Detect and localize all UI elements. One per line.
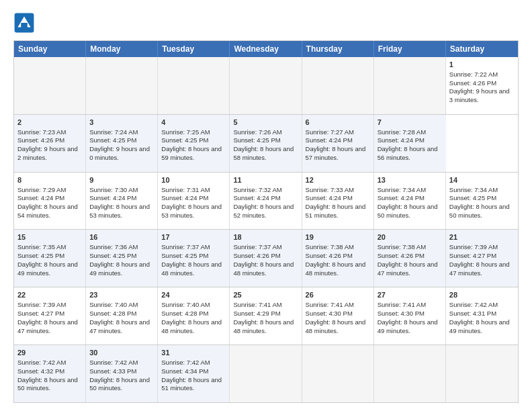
day-info: Sunrise: 7:28 AM Sunset: 4:24 PM Dayligh… (378, 128, 438, 161)
week-row-4: 15Sunrise: 7:35 AM Sunset: 4:25 PM Dayli… (14, 229, 518, 287)
day-number: 17 (161, 232, 226, 242)
week-row-5: 22Sunrise: 7:39 AM Sunset: 4:27 PM Dayli… (14, 287, 518, 345)
day-number: 22 (17, 290, 82, 300)
svg-rect-2 (21, 23, 28, 28)
day-number: 5 (233, 118, 298, 128)
day-number: 24 (161, 290, 226, 300)
day-number: 7 (378, 118, 443, 128)
header (13, 12, 519, 34)
day-number: 19 (306, 232, 370, 242)
day-cell-28: 28Sunrise: 7:42 AM Sunset: 4:31 PM Dayli… (446, 287, 518, 345)
day-cell-24: 24Sunrise: 7:40 AM Sunset: 4:28 PM Dayli… (158, 287, 230, 345)
empty-cell (374, 345, 446, 402)
day-info: Sunrise: 7:34 AM Sunset: 4:24 PM Dayligh… (378, 186, 438, 219)
empty-cell (446, 345, 518, 402)
calendar-body: 1Sunrise: 7:22 AM Sunset: 4:26 PM Daylig… (14, 57, 518, 402)
day-cell-15: 15Sunrise: 7:35 AM Sunset: 4:25 PM Dayli… (14, 230, 86, 287)
empty-cell (374, 57, 446, 114)
day-info: Sunrise: 7:26 AM Sunset: 4:25 PM Dayligh… (233, 128, 294, 161)
day-number: 9 (89, 175, 154, 185)
logo (13, 12, 38, 34)
day-cell-13: 13Sunrise: 7:34 AM Sunset: 4:24 PM Dayli… (374, 173, 446, 230)
day-number: 29 (17, 348, 82, 358)
day-cell-1: 1Sunrise: 7:22 AM Sunset: 4:26 PM Daylig… (446, 57, 518, 114)
header-day-friday: Friday (374, 41, 446, 57)
day-info: Sunrise: 7:37 AM Sunset: 4:26 PM Dayligh… (233, 243, 294, 276)
empty-cell (230, 57, 302, 114)
day-number: 11 (233, 175, 298, 185)
day-number: 16 (89, 232, 154, 242)
day-cell-10: 10Sunrise: 7:31 AM Sunset: 4:24 PM Dayli… (158, 173, 230, 230)
day-info: Sunrise: 7:42 AM Sunset: 4:31 PM Dayligh… (449, 301, 510, 334)
day-info: Sunrise: 7:27 AM Sunset: 4:24 PM Dayligh… (306, 128, 366, 161)
empty-cell (14, 57, 86, 114)
day-info: Sunrise: 7:23 AM Sunset: 4:26 PM Dayligh… (17, 128, 78, 161)
day-info: Sunrise: 7:31 AM Sunset: 4:24 PM Dayligh… (161, 186, 222, 219)
day-number: 23 (89, 290, 154, 300)
day-cell-30: 30Sunrise: 7:42 AM Sunset: 4:33 PM Dayli… (86, 345, 158, 402)
day-cell-27: 27Sunrise: 7:41 AM Sunset: 4:30 PM Dayli… (374, 287, 446, 345)
day-cell-23: 23Sunrise: 7:40 AM Sunset: 4:28 PM Dayli… (86, 287, 158, 345)
week-row-3: 8Sunrise: 7:29 AM Sunset: 4:24 PM Daylig… (14, 172, 518, 230)
day-number: 15 (17, 232, 82, 242)
day-cell-31: 31Sunrise: 7:42 AM Sunset: 4:34 PM Dayli… (158, 345, 230, 402)
calendar-header: SundayMondayTuesdayWednesdayThursdayFrid… (14, 41, 518, 57)
empty-cell (86, 57, 158, 114)
day-cell-17: 17Sunrise: 7:37 AM Sunset: 4:25 PM Dayli… (158, 230, 230, 287)
day-info: Sunrise: 7:38 AM Sunset: 4:26 PM Dayligh… (306, 243, 366, 276)
day-info: Sunrise: 7:41 AM Sunset: 4:29 PM Dayligh… (233, 301, 294, 334)
day-info: Sunrise: 7:39 AM Sunset: 4:27 PM Dayligh… (17, 301, 78, 334)
day-info: Sunrise: 7:25 AM Sunset: 4:25 PM Dayligh… (161, 128, 222, 161)
page: SundayMondayTuesdayWednesdayThursdayFrid… (0, 0, 532, 411)
day-cell-21: 21Sunrise: 7:39 AM Sunset: 4:27 PM Dayli… (446, 230, 518, 287)
day-cell-11: 11Sunrise: 7:32 AM Sunset: 4:24 PM Dayli… (230, 173, 302, 230)
day-info: Sunrise: 7:30 AM Sunset: 4:24 PM Dayligh… (89, 186, 150, 219)
day-number: 20 (378, 232, 442, 242)
day-number: 6 (306, 118, 370, 128)
day-cell-16: 16Sunrise: 7:36 AM Sunset: 4:25 PM Dayli… (86, 230, 158, 287)
day-cell-29: 29Sunrise: 7:42 AM Sunset: 4:32 PM Dayli… (14, 345, 86, 402)
day-cell-4: 4Sunrise: 7:25 AM Sunset: 4:25 PM Daylig… (158, 115, 230, 172)
day-number: 14 (449, 175, 515, 185)
day-number: 21 (449, 232, 515, 242)
week-row-1: 1Sunrise: 7:22 AM Sunset: 4:26 PM Daylig… (14, 57, 518, 114)
empty-cell (158, 57, 230, 114)
day-cell-8: 8Sunrise: 7:29 AM Sunset: 4:24 PM Daylig… (14, 173, 86, 230)
day-cell-25: 25Sunrise: 7:41 AM Sunset: 4:29 PM Dayli… (230, 287, 302, 345)
day-info: Sunrise: 7:36 AM Sunset: 4:25 PM Dayligh… (89, 243, 150, 276)
header-day-sunday: Sunday (14, 41, 86, 57)
day-info: Sunrise: 7:37 AM Sunset: 4:25 PM Dayligh… (161, 243, 222, 276)
day-cell-20: 20Sunrise: 7:38 AM Sunset: 4:26 PM Dayli… (374, 230, 446, 287)
day-info: Sunrise: 7:22 AM Sunset: 4:26 PM Dayligh… (449, 71, 510, 103)
day-cell-6: 6Sunrise: 7:27 AM Sunset: 4:24 PM Daylig… (302, 115, 374, 172)
header-day-saturday: Saturday (446, 41, 518, 57)
day-info: Sunrise: 7:39 AM Sunset: 4:27 PM Dayligh… (449, 243, 510, 276)
day-cell-2: 2Sunrise: 7:23 AM Sunset: 4:26 PM Daylig… (14, 115, 86, 172)
day-info: Sunrise: 7:34 AM Sunset: 4:25 PM Dayligh… (449, 186, 510, 219)
logo-icon (13, 12, 35, 34)
day-number: 31 (161, 348, 226, 358)
day-number: 2 (17, 118, 82, 128)
day-number: 8 (17, 175, 82, 185)
day-info: Sunrise: 7:33 AM Sunset: 4:24 PM Dayligh… (306, 186, 366, 219)
day-cell-22: 22Sunrise: 7:39 AM Sunset: 4:27 PM Dayli… (14, 287, 86, 345)
week-row-6: 29Sunrise: 7:42 AM Sunset: 4:32 PM Dayli… (14, 345, 518, 402)
header-day-monday: Monday (86, 41, 158, 57)
day-number: 3 (89, 118, 154, 128)
day-number: 13 (378, 175, 442, 185)
day-info: Sunrise: 7:40 AM Sunset: 4:28 PM Dayligh… (89, 301, 150, 334)
day-info: Sunrise: 7:41 AM Sunset: 4:30 PM Dayligh… (378, 301, 438, 334)
day-info: Sunrise: 7:35 AM Sunset: 4:25 PM Dayligh… (17, 243, 78, 276)
day-cell-19: 19Sunrise: 7:38 AM Sunset: 4:26 PM Dayli… (302, 230, 374, 287)
header-day-thursday: Thursday (302, 41, 374, 57)
day-cell-5: 5Sunrise: 7:26 AM Sunset: 4:25 PM Daylig… (230, 115, 302, 172)
day-number: 30 (89, 348, 154, 358)
day-info: Sunrise: 7:24 AM Sunset: 4:25 PM Dayligh… (89, 128, 150, 161)
day-number: 4 (161, 118, 226, 128)
day-info: Sunrise: 7:32 AM Sunset: 4:24 PM Dayligh… (233, 186, 294, 219)
empty-cell (302, 345, 374, 402)
day-number: 26 (306, 290, 370, 300)
header-day-wednesday: Wednesday (230, 41, 302, 57)
day-info: Sunrise: 7:29 AM Sunset: 4:24 PM Dayligh… (17, 186, 78, 219)
calendar: SundayMondayTuesdayWednesdayThursdayFrid… (13, 40, 519, 403)
